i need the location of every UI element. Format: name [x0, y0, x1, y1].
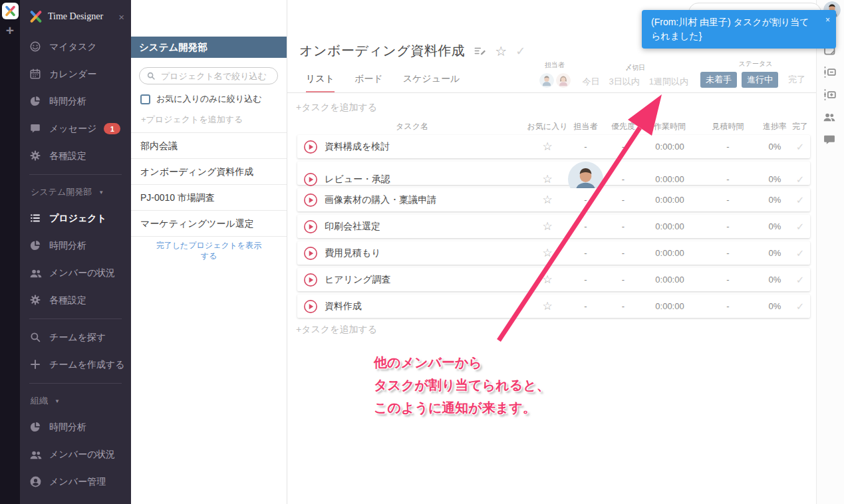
- sidebar: Time Designer × マイタスク カレンダー: [20, 0, 131, 504]
- favorite-star-icon[interactable]: ☆: [527, 246, 568, 260]
- assignee-placeholder: -: [584, 221, 587, 231]
- add-task-button[interactable]: +タスクを追加する: [296, 324, 377, 336]
- divider: [29, 174, 122, 175]
- sidebar-item-icon: [29, 358, 42, 371]
- task-estimate: -: [696, 174, 760, 184]
- sidebar-item-icon: [29, 150, 42, 162]
- sidebar-item[interactable]: カレンダー: [20, 61, 131, 88]
- status-option[interactable]: 未着手: [700, 72, 737, 88]
- sidebar-item[interactable]: プロジェクト: [20, 205, 131, 232]
- sidebar-item-label: チームを作成する: [49, 359, 125, 371]
- task-name: 資料作成: [325, 301, 362, 313]
- favorite-star-icon[interactable]: ☆: [527, 273, 568, 287]
- sidebar-item[interactable]: 時間分析: [20, 88, 131, 115]
- sidebar-item[interactable]: 各種設定: [20, 142, 131, 170]
- app-window: + Time Designer × マイタスク カレンダー: [0, 0, 844, 504]
- task-row[interactable]: 資料構成を検討 ☆ - - 0:00:00 - 0% ✓: [297, 135, 810, 158]
- assignee-placeholder: -: [584, 248, 587, 258]
- start-timer-play-icon[interactable]: [303, 140, 318, 154]
- chevron-down-icon: ▼: [98, 189, 104, 195]
- task-row[interactable]: ヒアリング調査 ☆ - - 0:00:00 - 0% ✓: [297, 268, 810, 291]
- task-done-check-icon[interactable]: ✓: [790, 301, 810, 313]
- task-row[interactable]: レビュー・承認 ☆ - 0:00:00 - 0% ✓: [297, 162, 810, 185]
- task-work-time: 0:00:00: [643, 142, 696, 152]
- view-tab[interactable]: リスト: [306, 73, 335, 92]
- favorites-only-checkbox[interactable]: [140, 94, 150, 104]
- task-done-check-icon[interactable]: ✓: [790, 141, 810, 153]
- sidebar-item[interactable]: マイタスク: [20, 33, 131, 61]
- deadline-option[interactable]: 3日以内: [609, 76, 640, 88]
- task-row[interactable]: 費用見積もり ☆ - - 0:00:00 - 0% ✓: [297, 241, 810, 265]
- sidebar-item-label: カレンダー: [49, 68, 96, 80]
- sidebar-close-icon[interactable]: ×: [118, 11, 124, 23]
- assignee-filter-avatar[interactable]: [556, 73, 571, 88]
- status-option[interactable]: 完了: [783, 72, 811, 88]
- sidebar-item[interactable]: チームを探す: [20, 324, 131, 351]
- project-list-item[interactable]: 部内会議: [131, 132, 287, 158]
- project-list-item[interactable]: オンボーディング資料作成: [131, 158, 287, 184]
- sidebar-item[interactable]: メンバー管理: [20, 468, 131, 495]
- task-done-check-icon[interactable]: ✓: [790, 247, 810, 259]
- task-done-check-icon[interactable]: ✓: [790, 174, 810, 186]
- add-workspace-button[interactable]: +: [0, 23, 20, 39]
- sidebar-item[interactable]: メンバーの状況: [20, 441, 131, 468]
- favorite-star-icon[interactable]: ☆: [527, 219, 568, 233]
- complete-check-icon[interactable]: ✓: [515, 45, 525, 57]
- chat-icon[interactable]: [823, 133, 839, 149]
- task-done-check-icon[interactable]: ✓: [790, 221, 810, 233]
- task-row[interactable]: 画像素材の購入・稟議申請 ☆ - - 0:00:00 - 0% ✓: [297, 188, 810, 211]
- org-section-header[interactable]: 組織 ▼: [20, 388, 131, 414]
- sidebar-item[interactable]: 各種設定: [20, 287, 131, 314]
- add-task-button[interactable]: +タスクを追加する: [296, 102, 377, 114]
- deadline-option[interactable]: 今日: [583, 76, 600, 88]
- sidebar-item[interactable]: 時間分析: [20, 232, 131, 259]
- members-icon[interactable]: [823, 110, 839, 126]
- project-list-item[interactable]: PJ-0010 市場調査: [131, 184, 287, 210]
- favorite-star-icon[interactable]: ☆: [527, 299, 568, 313]
- sidebar-item-icon: [29, 95, 42, 108]
- start-timer-play-icon[interactable]: [303, 273, 318, 287]
- time-designer-x-icon: [29, 9, 43, 24]
- task-done-check-icon[interactable]: ✓: [790, 274, 810, 286]
- workspace-logo[interactable]: [2, 3, 19, 19]
- edit-project-icon[interactable]: [474, 45, 486, 57]
- sidebar-item[interactable]: メンバーの状況: [20, 259, 131, 287]
- task-filters: 担当者 〆切日 今日 3日以内 1週間以内: [539, 59, 811, 88]
- add-project-button[interactable]: +プロジェクトを追加する: [141, 114, 243, 126]
- task-work-time: 0:00:00: [643, 221, 696, 231]
- task-row[interactable]: 資料作成 ☆ - - 0:00:00 - 0% ✓: [297, 295, 810, 318]
- start-timer-play-icon[interactable]: [303, 246, 318, 261]
- project-search-input[interactable]: [160, 70, 272, 82]
- sidebar-item[interactable]: メッセージ 1: [20, 115, 131, 142]
- sidebar-item[interactable]: 時間分析: [20, 414, 131, 441]
- start-timer-play-icon[interactable]: [303, 172, 318, 187]
- favorite-star-icon[interactable]: ☆: [527, 172, 568, 186]
- sidebar-item[interactable]: チームを作成する: [20, 351, 131, 378]
- task-row[interactable]: 印刷会社選定 ☆ - - 0:00:00 - 0% ✓: [297, 215, 810, 238]
- task-assignee: -: [568, 142, 603, 152]
- timeline-add-icon[interactable]: [823, 88, 839, 104]
- sidebar-item-label: プロジェクト: [49, 213, 106, 225]
- favorites-filter: お気に入りのみに絞り込む: [140, 93, 261, 105]
- notification-toast: (From:川村 由里子) タスクが割り当てられました} ×: [642, 10, 836, 49]
- start-timer-play-icon[interactable]: [303, 299, 318, 314]
- favorite-star-icon[interactable]: ☆: [495, 45, 507, 58]
- task-name: 画像素材の購入・稟議申請: [325, 194, 436, 206]
- assignee-filter-avatar[interactable]: [539, 73, 554, 88]
- team-section-header[interactable]: システム開発部 ▼: [20, 180, 131, 205]
- deadline-option[interactable]: 1週間以内: [649, 76, 688, 88]
- status-option[interactable]: 進行中: [742, 72, 778, 88]
- task-progress: 0%: [760, 221, 790, 231]
- favorite-star-icon[interactable]: ☆: [527, 140, 568, 154]
- task-work-time: 0:00:00: [643, 301, 696, 311]
- view-tab[interactable]: スケジュール: [403, 73, 460, 92]
- task-done-check-icon[interactable]: ✓: [790, 194, 810, 206]
- start-timer-play-icon[interactable]: [303, 193, 318, 207]
- toast-close-icon[interactable]: ×: [825, 13, 830, 27]
- start-timer-play-icon[interactable]: [303, 219, 318, 234]
- show-completed-projects-link[interactable]: 完了したプロジェクトを表示する: [131, 240, 287, 261]
- favorite-star-icon[interactable]: ☆: [527, 193, 568, 207]
- view-tab[interactable]: ボード: [354, 73, 383, 92]
- timeline-list-icon[interactable]: [823, 65, 839, 81]
- project-list-item[interactable]: マーケティングツール選定: [131, 210, 287, 236]
